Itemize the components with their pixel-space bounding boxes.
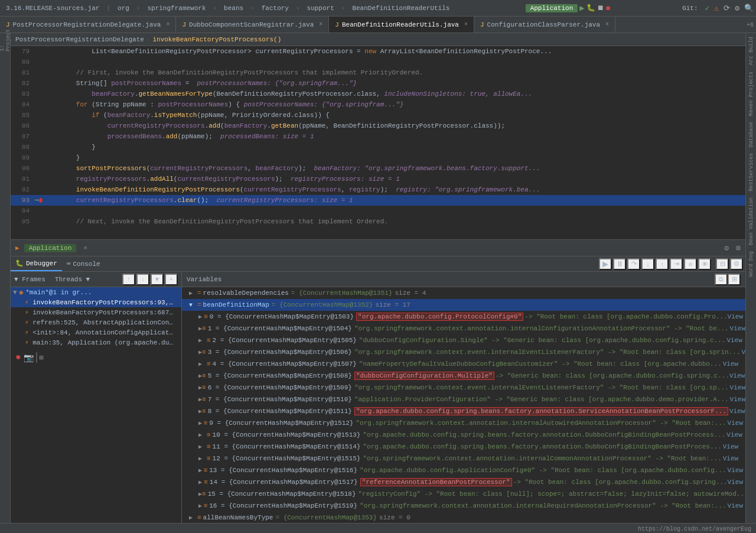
var-row-9[interactable]: ▶ ≡ 9 = {ConcurrentHashMap$MapEntry@1512… [182,417,745,429]
var-view-16[interactable]: View [728,502,743,509]
var-row-10[interactable]: ▶ ≡ 10 = {ConcurrentHashMap$MapEntry@151… [182,429,745,441]
stop-red-button[interactable]: ◼ [606,4,610,12]
var-maximize-button[interactable]: ⊞ [728,274,741,285]
panel-arc-build[interactable]: Arc Build [748,34,754,68]
panel-bean-validation[interactable]: Bean Validation [748,195,754,248]
var-row-5[interactable]: ▶ ≡ 5 = {ConcurrentHashMap$MapEntry@1508… [182,370,745,382]
var-row-7[interactable]: ▶ ≡ 7 = {ConcurrentHashMap$MapEntry@1510… [182,394,745,405]
git-refresh-icon[interactable]: ⟳ [724,4,730,13]
debug-settings-icon[interactable]: ⚙ [724,243,729,253]
nav-springframework[interactable]: springframework [144,4,209,13]
var-row-11[interactable]: ▶ ≡ 11 = {ConcurrentHashMap$MapEntry@151… [182,441,745,453]
panel-database[interactable]: Database [748,119,754,150]
var-expand-allbeannames[interactable]: ▶ [189,514,197,521]
var-expand-14[interactable]: ▶ [198,479,204,486]
var-expand-0[interactable]: ▶ [198,313,204,320]
var-expand-10[interactable]: ▶ [198,431,207,438]
frames-down-button[interactable]: ↓ [136,274,149,285]
var-copy-button[interactable]: ⧉ [715,274,728,285]
var-view-7[interactable]: View [730,396,745,403]
stop-button[interactable]: ⏹ [597,4,604,12]
evaluate-button[interactable]: ≡ [684,258,697,270]
tab-configparser-close[interactable]: × [605,21,609,28]
frames-filter-button[interactable]: ▼ [151,274,164,285]
tab-overflow-count[interactable]: +6 [747,21,754,28]
var-view-14[interactable]: View [728,479,743,486]
group-icon[interactable]: ⊞ [40,353,44,362]
debug-session-close[interactable]: × [83,245,87,252]
var-view-0[interactable]: View [728,313,743,320]
settings-icon[interactable]: ⚙ [735,4,739,13]
tab-debugger[interactable]: 🐛 Debugger [11,256,62,271]
var-row-8[interactable]: ▶ ≡ 8 = {ConcurrentHashMap$MapEntry@1511… [182,405,745,417]
git-check-icon[interactable]: ✓ [705,4,710,13]
project-icon[interactable]: 1: Project [1,35,10,45]
debug-maximize-icon[interactable]: ⊞ [736,243,741,253]
step-out-button[interactable]: ↑ [656,258,669,270]
tab-console[interactable]: ⌨ Console [62,256,105,271]
debug-run-icon[interactable]: ▶ [15,244,19,252]
var-view-2[interactable]: View [726,337,742,344]
tab-dubbo-close[interactable]: × [319,21,322,28]
var-row-16[interactable]: ▶ ≡ 16 = {ConcurrentHashMap$MapEntry@151… [182,500,745,512]
var-expand-9[interactable]: ▶ [198,420,204,427]
frame-item-0[interactable]: ⚡ invokeBeanFactoryPostProcessors:93, P.… [11,297,181,307]
var-row-12[interactable]: ▶ ≡ 12 = {ConcurrentHashMap$MapEntry@151… [182,453,745,464]
var-row-0[interactable]: ▶ ≡ 0 = {ConcurrentHashMap$MapEntry@1503… [182,311,745,323]
var-expand-13[interactable]: ▶ [198,467,204,474]
frames-add-button[interactable]: + [165,274,178,285]
tab-beandef-close[interactable]: × [464,21,468,28]
pause-button[interactable]: ⏸ [613,258,626,270]
var-row-2[interactable]: ▶ ≡ 2 = {ConcurrentHashMap$MapEntry@1505… [182,334,745,346]
nav-org[interactable]: org [114,4,133,13]
debug-session-label[interactable]: Application [24,244,77,252]
git-warning-icon[interactable]: ⚠ [714,4,719,13]
camera-icon[interactable]: 📷 [24,353,34,363]
resume-button[interactable]: ▶ [599,258,612,270]
tab-postprocessor-close[interactable]: × [166,21,170,28]
nav-class[interactable]: BeanDefinitionReaderUtils [348,4,453,13]
var-row-13[interactable]: ▶ ≡ 13 = {ConcurrentHashMap$MapEntry@151… [182,464,745,476]
tab-dubbo[interactable]: J DubboComponentScanRegistrar.java × [176,17,329,32]
var-row-6[interactable]: ▶ ≡ 6 = {ConcurrentHashMap$MapEntry@1509… [182,382,745,394]
frame-item-2[interactable]: ⚡ refresh:525, AbstractApplicationContex… [11,317,181,327]
tab-configparser[interactable]: J ConfigurationClassParser.java × [474,17,615,32]
threads-label[interactable]: Threads ▼ [55,276,90,283]
var-view-11[interactable]: View [723,443,738,450]
var-view-6[interactable]: View [730,384,745,391]
frames-label[interactable]: ▼ Frames [14,276,45,283]
var-row-beandefmap[interactable]: ▼ = beanDefinitionMap = {ConcurrentHashM… [182,299,745,311]
run-to-cursor-button[interactable]: ⇥ [670,258,683,270]
nav-factory[interactable]: factory [258,4,292,13]
var-row-15[interactable]: ▶ ≡ 15 = {ConcurrentHashMap$MapEntry@151… [182,488,745,500]
stop-session-icon[interactable]: ● [15,352,21,363]
var-row-resolvable[interactable]: ▶ = resolvableDependencies = {Concurrent… [182,287,745,299]
nav-beans[interactable]: beans [220,4,247,13]
var-expand-4[interactable]: ▶ [198,360,207,368]
var-expand-12[interactable]: ▶ [198,455,207,462]
search-icon[interactable]: 🔍 [744,4,754,13]
watches-button[interactable]: 👁 [698,258,711,270]
var-view-9[interactable]: View [728,420,743,427]
frame-item-1[interactable]: ⚡ invokeBeanFactoryPostProcessors:687,..… [11,307,181,317]
var-expand-2[interactable]: ▶ [198,337,207,344]
var-row-allbeannames[interactable]: ▶ ≡ allBeanNamesByType = {ConcurrentHash… [182,512,745,523]
tab-beandef[interactable]: J BeanDefinitionReaderUtils.java × [329,17,474,32]
var-view-10[interactable]: View [726,431,742,438]
var-view-3[interactable]: View [741,349,745,356]
tab-postprocessor[interactable]: J PostProcessorRegistrationDelegate.java… [0,17,176,32]
var-expand-16[interactable]: ▶ [198,502,204,509]
var-view-5[interactable]: View [729,372,745,379]
var-row-1[interactable]: ▶ ≡ 1 = {ConcurrentHashMap$MapEntry@1504… [182,323,745,334]
var-expand-beandef[interactable]: ▼ [189,302,197,308]
panel-worddog[interactable]: Word Dog [748,249,754,279]
breadcrumb-class[interactable]: PostProcessorRegistrationDelegate [15,36,144,43]
frame-item-4[interactable]: ⚡ main:35, Application (org.apache.dubb.… [11,337,181,347]
var-expand-resolvable[interactable]: ▶ [189,290,197,297]
var-view-4[interactable]: View [723,360,738,368]
var-row-4[interactable]: ▶ ≡ 4 = {ConcurrentHashMap$MapEntry@1507… [182,358,745,370]
restore-layout-button[interactable]: ⊟ [716,258,729,270]
var-view-12[interactable]: View [723,455,738,462]
panel-restservices[interactable]: RestServices [748,151,754,194]
var-expand-11[interactable]: ▶ [198,443,207,450]
